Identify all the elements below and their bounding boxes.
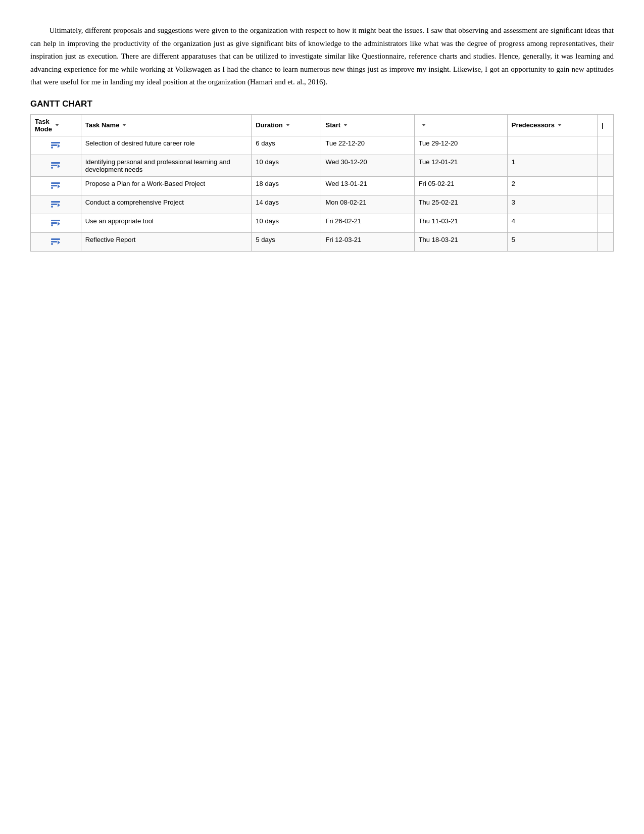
th-predecessors-dropdown[interactable] (558, 124, 562, 126)
cell-taskmode (31, 195, 81, 214)
th-extra-label: | (602, 121, 604, 129)
svg-marker-22 (58, 240, 60, 244)
cell-taskname: Reflective Report (81, 232, 252, 251)
task-mode-icon (51, 142, 61, 151)
cell-extra (598, 136, 614, 155)
cell-extra (598, 232, 614, 251)
th-duration-label: Duration (256, 121, 282, 129)
cell-start: Fri 26-02-21 (321, 214, 414, 232)
th-duration-dropdown[interactable] (286, 124, 290, 126)
cell-duration: 18 days (252, 176, 321, 195)
main-paragraph: Ultimately, different proposals and sugg… (30, 24, 614, 89)
cell-taskmode (31, 176, 81, 195)
th-taskname-dropdown[interactable] (122, 124, 126, 126)
table-header-row: TaskMode Task Name Duration Start (31, 114, 614, 136)
svg-marker-10 (58, 184, 60, 188)
th-taskmode[interactable]: TaskMode (31, 114, 81, 136)
svg-rect-21 (51, 241, 57, 242)
cell-finish: Tue 12-01-21 (414, 155, 507, 176)
svg-marker-6 (58, 164, 60, 168)
cell-taskname: Identifying personal and professional le… (81, 155, 252, 176)
svg-rect-4 (51, 162, 60, 164)
table-row: Propose a Plan for a Work-Based Project1… (31, 176, 614, 195)
th-taskname[interactable]: Task Name (81, 114, 252, 136)
cell-extra (598, 214, 614, 232)
svg-marker-14 (58, 203, 60, 207)
svg-rect-1 (51, 144, 57, 146)
cell-taskmode (31, 155, 81, 176)
svg-marker-2 (58, 144, 60, 148)
cell-taskmode (31, 136, 81, 155)
svg-rect-17 (51, 222, 57, 224)
table-row: Identifying personal and professional le… (31, 155, 614, 176)
th-duration[interactable]: Duration (252, 114, 321, 136)
svg-point-7 (51, 167, 53, 169)
th-taskmode-label: TaskMode (35, 118, 52, 133)
task-mode-icon (51, 202, 61, 210)
cell-extra (598, 176, 614, 195)
cell-taskmode (31, 232, 81, 251)
th-predecessors[interactable]: Predecessors (507, 114, 597, 136)
cell-finish: Thu 18-03-21 (414, 232, 507, 251)
cell-finish: Thu 25-02-21 (414, 195, 507, 214)
cell-duration: 10 days (252, 155, 321, 176)
svg-marker-18 (58, 222, 60, 226)
cell-taskname: Propose a Plan for a Work-Based Project (81, 176, 252, 195)
th-start-dropdown[interactable] (343, 124, 348, 126)
cell-extra (598, 195, 614, 214)
cell-duration: 14 days (252, 195, 321, 214)
task-mode-icon (51, 163, 61, 171)
cell-start: Wed 13-01-21 (321, 176, 414, 195)
svg-point-23 (51, 243, 53, 245)
section-title: GANTT CHART (30, 99, 614, 109)
cell-start: Mon 08-02-21 (321, 195, 414, 214)
table-row: Use an appropriate tool10 daysFri 26-02-… (31, 214, 614, 232)
task-mode-icon (51, 220, 61, 229)
table-row: Conduct a comprehensive Project14 daysMo… (31, 195, 614, 214)
th-finish (414, 114, 507, 136)
th-predecessors-label: Predecessors (512, 121, 555, 129)
svg-point-11 (51, 187, 53, 189)
cell-finish: Tue 29-12-20 (414, 136, 507, 155)
cell-predecessors: 5 (507, 232, 597, 251)
svg-rect-12 (51, 201, 60, 203)
cell-duration: 5 days (252, 232, 321, 251)
cell-start: Fri 12-03-21 (321, 232, 414, 251)
cell-start: Tue 22-12-20 (321, 136, 414, 155)
table-row: Selection of desired future career role6… (31, 136, 614, 155)
svg-rect-20 (51, 238, 60, 240)
svg-rect-13 (51, 204, 57, 205)
th-finish-dropdown[interactable] (422, 124, 426, 126)
table-row: Reflective Report5 daysFri 12-03-21Thu 1… (31, 232, 614, 251)
cell-duration: 6 days (252, 136, 321, 155)
cell-taskmode (31, 214, 81, 232)
cell-taskname: Conduct a comprehensive Project (81, 195, 252, 214)
cell-taskname: Use an appropriate tool (81, 214, 252, 232)
gantt-table: TaskMode Task Name Duration Start (30, 114, 614, 252)
th-extra: | (598, 114, 614, 136)
cell-predecessors: 1 (507, 155, 597, 176)
svg-rect-0 (51, 142, 60, 143)
svg-rect-8 (51, 182, 60, 184)
cell-finish: Thu 11-03-21 (414, 214, 507, 232)
cell-predecessors: 2 (507, 176, 597, 195)
th-taskname-label: Task Name (85, 121, 120, 129)
cell-finish: Fri 05-02-21 (414, 176, 507, 195)
cell-predecessors (507, 136, 597, 155)
cell-predecessors: 4 (507, 214, 597, 232)
svg-rect-16 (51, 220, 60, 221)
task-mode-icon (51, 183, 61, 191)
cell-duration: 10 days (252, 214, 321, 232)
cell-taskname: Selection of desired future career role (81, 136, 252, 155)
th-start[interactable]: Start (321, 114, 414, 136)
svg-rect-5 (51, 165, 57, 166)
svg-point-19 (51, 224, 53, 226)
svg-point-15 (51, 206, 53, 208)
task-mode-icon (51, 239, 61, 248)
th-taskmode-dropdown[interactable] (55, 124, 59, 126)
svg-point-3 (51, 146, 53, 149)
svg-rect-9 (51, 185, 57, 186)
cell-predecessors: 3 (507, 195, 597, 214)
cell-start: Wed 30-12-20 (321, 155, 414, 176)
th-start-label: Start (325, 121, 340, 129)
